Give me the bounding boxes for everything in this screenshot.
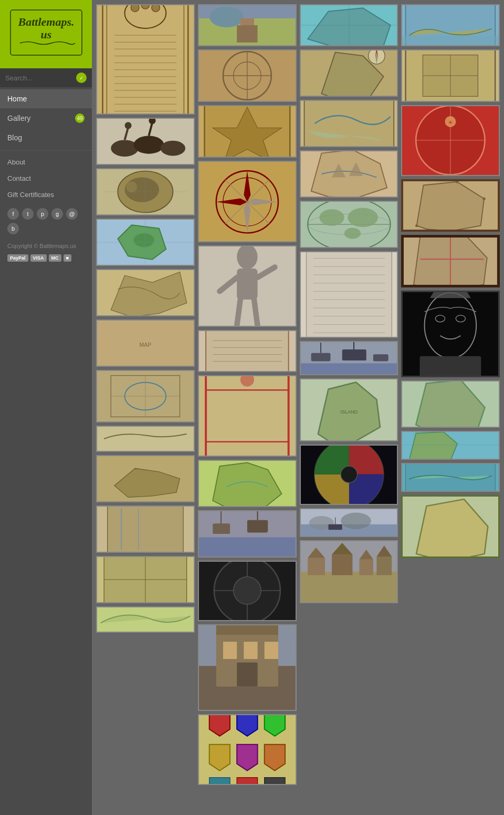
list-item[interactable]: SEA MAP: [401, 495, 500, 558]
svg-text:ISLAND: ISLAND: [340, 409, 358, 415]
list-item[interactable]: [198, 561, 297, 621]
svg-line-92: [254, 300, 258, 326]
list-item[interactable]: [96, 219, 195, 266]
list-item[interactable]: TEXT: [401, 380, 500, 428]
list-item[interactable]: [96, 455, 195, 502]
list-item[interactable]: [198, 375, 297, 457]
svg-text:Battlemaps.: Battlemaps.: [17, 15, 74, 28]
svg-text:MAP: MAP: [139, 342, 151, 348]
list-item[interactable]: [198, 161, 297, 242]
list-item[interactable]: [401, 235, 500, 287]
list-item[interactable]: [96, 4, 195, 115]
list-item[interactable]: [300, 540, 398, 603]
paypal-icon: PayPal: [7, 254, 28, 262]
list-item[interactable]: [300, 150, 398, 198]
list-item[interactable]: [401, 431, 500, 460]
list-item[interactable]: [96, 426, 195, 452]
svg-point-207: [415, 224, 418, 227]
nav-gallery[interactable]: Gallery 49: [0, 108, 92, 128]
list-item[interactable]: [198, 510, 297, 558]
logo[interactable]: Battlemaps. us: [9, 9, 83, 60]
svg-rect-54: [108, 507, 183, 552]
nav-gift-certificates[interactable]: Gift Certificates: [0, 187, 92, 203]
list-item[interactable]: [96, 606, 195, 633]
svg-text:TEXT: TEXT: [415, 381, 427, 383]
list-item[interactable]: [300, 251, 398, 338]
svg-rect-120: [216, 625, 278, 635]
list-item[interactable]: [96, 556, 195, 603]
list-item[interactable]: [198, 49, 297, 102]
list-item[interactable]: [198, 460, 297, 507]
svg-rect-179: [328, 524, 342, 530]
svg-rect-122: [244, 642, 257, 659]
nav-contact[interactable]: Contact: [0, 170, 92, 187]
mastercard-icon: MC: [49, 254, 61, 262]
list-item[interactable]: [198, 105, 297, 158]
svg-line-91: [237, 300, 240, 326]
search-input[interactable]: [5, 74, 76, 82]
svg-point-25: [161, 141, 185, 156]
email-icon[interactable]: @: [66, 208, 78, 220]
facebook-icon[interactable]: f: [7, 208, 19, 220]
nav-blog[interactable]: Blog: [0, 128, 92, 147]
list-item[interactable]: [96, 269, 195, 316]
svg-point-146: [348, 208, 378, 228]
pinterest-icon[interactable]: p: [37, 208, 48, 220]
list-item[interactable]: [300, 508, 398, 537]
svg-rect-108: [213, 523, 230, 534]
list-item[interactable]: [96, 118, 195, 165]
list-item[interactable]: [300, 341, 398, 375]
list-item[interactable]: [401, 4, 500, 46]
list-item[interactable]: [401, 179, 500, 232]
list-item[interactable]: [401, 463, 500, 492]
gallery-grid: MAP: [96, 4, 500, 785]
list-item[interactable]: [300, 4, 398, 46]
list-item[interactable]: [198, 714, 297, 785]
list-item[interactable]: [96, 168, 195, 215]
svg-rect-167: [373, 354, 388, 361]
list-item[interactable]: [401, 291, 500, 377]
search-button[interactable]: ✓: [76, 73, 87, 83]
search-box[interactable]: ✓: [0, 68, 92, 87]
social-icons: f t p g @ b: [0, 203, 92, 240]
svg-text:☀: ☀: [448, 119, 453, 126]
blog-icon[interactable]: b: [7, 223, 19, 234]
list-item[interactable]: [198, 245, 297, 327]
svg-rect-110: [247, 520, 268, 533]
list-item[interactable]: [300, 100, 398, 147]
amex-icon: ■: [64, 254, 71, 262]
svg-point-33: [126, 181, 137, 192]
list-item[interactable]: MOROCCO: [401, 49, 500, 102]
svg-rect-123: [264, 642, 278, 659]
twitter-icon[interactable]: t: [22, 208, 34, 220]
list-item[interactable]: [198, 4, 297, 46]
svg-point-9: [152, 5, 160, 12]
list-item[interactable]: [198, 624, 297, 711]
svg-rect-162: [301, 363, 397, 374]
list-item[interactable]: ISLAND: [300, 378, 398, 441]
googleplus-icon[interactable]: g: [51, 208, 63, 220]
svg-rect-88: [237, 269, 257, 300]
list-item[interactable]: [96, 505, 195, 553]
svg-point-28: [125, 122, 132, 129]
svg-rect-182: [308, 558, 325, 575]
list-item[interactable]: [300, 201, 398, 248]
svg-rect-121: [223, 642, 237, 659]
svg-point-145: [319, 209, 344, 226]
svg-rect-99: [199, 376, 296, 456]
list-item[interactable]: [300, 445, 398, 505]
nav-about[interactable]: About: [0, 154, 92, 170]
list-item[interactable]: MAP: [96, 319, 195, 367]
svg-text:us: us: [40, 28, 51, 41]
list-item[interactable]: ☀: [401, 105, 500, 176]
svg-rect-124: [237, 663, 257, 687]
list-item[interactable]: [198, 330, 297, 372]
list-item[interactable]: [96, 370, 195, 422]
payment-icons: PayPal VISA MC ■: [0, 252, 92, 264]
nav-home[interactable]: Home: [0, 89, 92, 108]
svg-rect-107: [199, 538, 296, 556]
svg-point-7: [131, 5, 139, 12]
main-content: MAP: [92, 0, 504, 815]
list-item[interactable]: [300, 49, 398, 97]
gallery-col-2: [198, 4, 297, 785]
